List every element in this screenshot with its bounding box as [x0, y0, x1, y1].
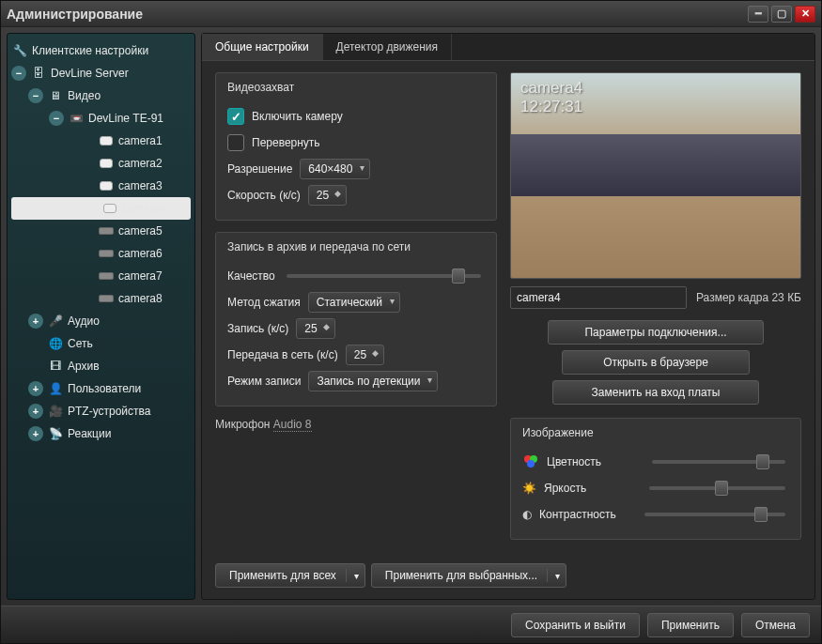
tree-archive[interactable]: 🎞 Архив — [8, 355, 194, 377]
apply-button[interactable]: Применить — [647, 613, 734, 637]
spacer-icon — [28, 359, 43, 374]
quality-label: Качество — [227, 269, 275, 283]
resolution-label: Разрешение — [227, 162, 292, 176]
tree-root[interactable]: 🔧 Клиентские настройки — [8, 39, 194, 62]
preview-overlay: camera4 12:27:31 — [520, 79, 582, 116]
contrast-slider[interactable] — [644, 513, 785, 516]
footer: Сохранить и выйти Применить Отмена — [1, 606, 821, 643]
tree-camera-label: camera7 — [118, 269, 163, 283]
save-exit-button[interactable]: Сохранить и выйти — [511, 613, 640, 637]
record-fps-spinner[interactable]: 25 — [296, 318, 334, 339]
tree-camera-label: camera5 — [118, 224, 163, 238]
tree-camera-label: camera6 — [118, 247, 163, 260]
fps-spinner[interactable]: 25 — [308, 185, 347, 206]
tree-camera[interactable]: camera6 — [8, 242, 194, 265]
compression-select[interactable]: Статический — [308, 292, 400, 313]
contrast-icon: ◐ — [522, 508, 532, 521]
tree-network[interactable]: 🌐 Сеть — [8, 332, 194, 355]
apply-all-label: Применить для всех — [229, 569, 347, 582]
connection-params-button[interactable]: Параметры подключения... — [548, 320, 764, 345]
frame-size-label: Размер кадра 23 КБ — [696, 291, 801, 304]
spacer-icon — [28, 336, 43, 351]
group-capture-legend: Видеозахват — [227, 81, 485, 94]
color-slider[interactable] — [652, 460, 785, 464]
record-mode-select[interactable]: Запись по детекции — [308, 371, 438, 391]
collapse-icon[interactable] — [11, 66, 26, 81]
preview-timestamp: 12:27:31 — [520, 98, 582, 116]
tree-reactions[interactable]: 📡 Реакции — [8, 422, 194, 445]
group-record-legend: Запись в архив и передача по сети — [227, 240, 485, 253]
expand-icon[interactable] — [28, 404, 43, 419]
resolution-select[interactable]: 640×480 — [300, 159, 370, 179]
camera-name-input[interactable] — [510, 286, 687, 309]
collapse-icon[interactable] — [49, 111, 64, 126]
expand-icon[interactable] — [28, 426, 43, 441]
maximize-button[interactable]: ▢ — [771, 6, 792, 23]
tree-ptz[interactable]: 🎥 PTZ-устройства — [8, 400, 194, 422]
slider-thumb[interactable] — [452, 268, 465, 284]
tree-audio[interactable]: 🎤 Аудио — [8, 310, 194, 332]
compression-value: Статический — [317, 296, 382, 309]
color-label: Цветность — [547, 455, 641, 468]
tree-camera-label: camera3 — [118, 179, 163, 192]
enable-camera-checkbox[interactable] — [227, 108, 244, 125]
flip-checkbox[interactable] — [227, 134, 244, 151]
expand-icon[interactable] — [28, 381, 43, 396]
tree-node-label: Архив — [68, 360, 100, 373]
microphone-row: Микрофон Audio 8 — [215, 418, 497, 431]
close-button[interactable]: ✕ — [795, 6, 815, 23]
tree-camera[interactable]: camera8 — [8, 287, 194, 310]
record-mode-value: Запись по детекции — [317, 375, 420, 388]
tree-camera[interactable]: camera1 — [8, 130, 194, 152]
tab-general[interactable]: Общие настройки — [202, 34, 323, 60]
quality-slider[interactable] — [287, 274, 481, 278]
tree-device[interactable]: 📼 DevLine ТЕ-91 — [8, 107, 194, 130]
contrast-label: Контрастность — [539, 508, 633, 521]
slider-thumb[interactable] — [756, 454, 769, 469]
network-fps-spinner[interactable]: 25 — [346, 345, 384, 365]
tree-camera-label: camera2 — [118, 157, 163, 170]
sun-icon: ☀️ — [522, 482, 536, 495]
tree-video-label: Видео — [68, 89, 101, 102]
tree-server[interactable]: 🗄 DevLine Server — [8, 62, 194, 84]
tree-camera[interactable]: camera7 — [8, 265, 194, 287]
reaction-icon: 📡 — [47, 426, 64, 441]
preview-camera-name: camera4 — [520, 79, 582, 98]
apply-all-button[interactable]: Применить для всех ▾ — [215, 563, 365, 588]
tree-camera[interactable]: camera2 — [8, 152, 194, 175]
fps-value: 25 — [317, 189, 329, 202]
chevron-down-icon[interactable]: ▾ — [347, 571, 359, 581]
open-browser-button[interactable]: Открыть в браузере — [562, 350, 750, 375]
camera-icon — [98, 133, 115, 148]
chevron-down-icon[interactable]: ▾ — [548, 571, 560, 581]
tree-camera[interactable]: camera3 — [8, 175, 194, 197]
cancel-button[interactable]: Отмена — [741, 613, 810, 637]
tree-video[interactable]: 🖥 Видео — [8, 84, 194, 107]
apply-selected-button[interactable]: Применить для выбранных... ▾ — [371, 563, 566, 588]
tab-motion[interactable]: Детектор движения — [323, 34, 452, 60]
server-icon: 🗄 — [30, 66, 47, 81]
camera-icon — [101, 201, 118, 216]
collapse-icon[interactable] — [28, 88, 43, 103]
group-image: Изображение Цветность ☀️ Яркость — [510, 418, 801, 540]
replace-input-button[interactable]: Заменить на вход платы — [552, 380, 759, 405]
group-capture: Видеозахват Включить камеру Перевернуть … — [215, 72, 497, 221]
microphone-value-link[interactable]: Audio 8 — [273, 418, 312, 432]
slider-thumb[interactable] — [715, 481, 728, 496]
fps-label: Скорость (к/с) — [227, 189, 301, 202]
slider-thumb[interactable] — [754, 507, 768, 522]
nav-tree: 🔧 Клиентские настройки 🗄 DevLine Server … — [7, 33, 195, 600]
brightness-slider[interactable] — [649, 486, 785, 490]
admin-window: Администрирование ━ ▢ ✕ 🔧 Клиентские нас… — [0, 0, 822, 644]
tree-camera[interactable]: camera5 — [8, 220, 194, 242]
tree-users[interactable]: 👤 Пользователи — [8, 377, 194, 400]
expand-icon[interactable] — [28, 314, 43, 329]
minimize-button[interactable]: ━ — [748, 6, 768, 23]
record-mode-label: Режим записи — [227, 375, 301, 388]
camera-icon — [98, 178, 115, 193]
tree-node-label: Реакции — [68, 427, 111, 440]
record-fps-label: Запись (к/с) — [227, 322, 288, 335]
user-icon: 👤 — [47, 381, 64, 396]
network-fps-value: 25 — [354, 348, 366, 361]
tree-camera-selected[interactable]: camera4 — [11, 197, 191, 220]
